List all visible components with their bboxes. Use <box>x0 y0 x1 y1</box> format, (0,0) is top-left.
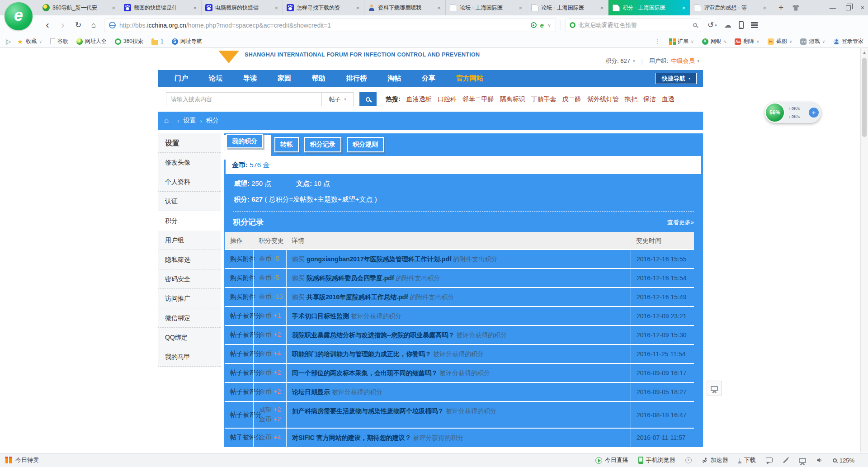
toolbar-item[interactable]: 登录管家 <box>833 38 863 45</box>
tab-close-icon[interactable]: × <box>111 5 116 11</box>
search-scope-select[interactable]: 帖子 ▾ <box>322 92 354 106</box>
credit-tab[interactable]: 转帐 <box>274 137 299 152</box>
browser-tab[interactable]: 资料下载哪里呢我 × <box>364 0 446 15</box>
toolbar-overflow-icon[interactable]: ⋮ <box>655 38 661 45</box>
bookmark-item[interactable]: 360搜索 <box>115 38 143 45</box>
sidebar-item[interactable]: 修改头像 <box>158 153 221 172</box>
message-icon[interactable] <box>766 458 773 462</box>
browser-tab[interactable]: 截图的快捷键是什 × <box>120 0 202 15</box>
skin-theme-icon[interactable] <box>793 5 799 11</box>
hot-keyword-link[interactable]: 戊二醛 <box>562 95 581 104</box>
mobile-browser-button[interactable]: 手机浏览器 <box>638 456 675 464</box>
feedback-pen-icon[interactable] <box>783 458 788 463</box>
hot-keyword-link[interactable]: 拖把 <box>625 95 637 104</box>
browser-tab[interactable]: 评审后的感想 - 等 × <box>690 0 771 15</box>
window-close-button[interactable]: × <box>861 4 864 11</box>
accelerator-button[interactable]: 加速器 <box>702 456 728 464</box>
bookmark-item[interactable]: 网址大全 <box>76 38 107 45</box>
download-manager-button[interactable]: ↓ 下载 <box>738 456 756 464</box>
extension-e-icon[interactable]: e <box>540 21 544 29</box>
tab-close-icon[interactable]: × <box>274 5 279 11</box>
cloud-sync-icon[interactable]: ☁ <box>724 21 731 29</box>
sidebar-toggle-icon[interactable]: |▷ <box>5 38 11 45</box>
detail-link[interactable]: 手术切口目标性监测 <box>292 312 349 320</box>
detail-link[interactable]: 同一个部位的两次标本采集，会出现不同的细菌吗？ <box>292 369 438 377</box>
detail-link[interactable]: 我院职业暴露总结分析与改进措施--您院的职业暴露高吗？ <box>292 331 454 339</box>
home-icon[interactable]: ⌂ <box>164 116 169 125</box>
sidebar-item[interactable]: 密码安全 <box>158 269 221 289</box>
tab-close-icon[interactable]: × <box>681 5 686 11</box>
sidebar-item[interactable]: 认证 <box>158 192 221 211</box>
hot-keyword-link[interactable]: 血透 <box>662 95 675 104</box>
forward-button[interactable]: › <box>55 16 71 34</box>
quick-nav-button[interactable]: 快捷导航 ▾ <box>656 73 697 84</box>
memory-usage-ball[interactable]: 56% <box>765 103 785 123</box>
add-widget-button[interactable]: + <box>809 108 819 118</box>
toolbar-item[interactable]: ¥ 网银 ∨ <box>702 38 727 45</box>
nav-item[interactable]: 帮助 <box>302 74 336 83</box>
sidebar-item[interactable]: 隐私筛选 <box>158 250 221 269</box>
sidebar-item[interactable]: 我的马甲 <box>158 347 221 367</box>
view-more-link[interactable]: 查看更多» <box>667 218 694 226</box>
detail-link[interactable]: 妇产科病房需要生活废物与感染性废物两个垃圾桶吗？ <box>292 407 444 415</box>
hot-keyword-link[interactable]: 保洁 <box>643 95 656 104</box>
tab-close-icon[interactable]: × <box>518 5 523 11</box>
nav-item[interactable]: 论坛 <box>198 74 233 83</box>
toolbar-item[interactable]: 游戏 ∨ <box>800 38 825 45</box>
sidebar-item[interactable]: 个人资料 <box>158 172 221 192</box>
tab-close-icon[interactable]: × <box>762 5 767 11</box>
back-button[interactable]: ‹ <box>40 16 55 34</box>
sidebar-item[interactable]: 积分 <box>158 211 221 231</box>
browser-tab[interactable]: 360导航_新一代安 × <box>39 0 120 15</box>
usergroup-value[interactable]: 中级会员 <box>671 57 694 65</box>
new-tab-button[interactable]: + <box>776 3 786 13</box>
live-stream-button[interactable]: 今日直播 <box>595 456 628 464</box>
ad-filter-icon[interactable] <box>531 22 537 28</box>
forum-search-button[interactable] <box>359 92 377 106</box>
bookmark-item[interactable]: 1 <box>151 38 164 45</box>
sidebar-item[interactable]: 微信绑定 <box>158 308 221 328</box>
breadcrumb-settings[interactable]: 设置 <box>184 117 196 125</box>
scrollbar-thumb[interactable] <box>862 58 867 137</box>
hot-keyword-link[interactable]: 紫外线灯管 <box>587 95 619 104</box>
detail-link[interactable]: gongxiangban2017年医院感染管理科工作计划.pdf <box>307 255 451 263</box>
sidebar-item[interactable]: 用户组 <box>158 231 221 250</box>
quick-search-box[interactable]: 北京启动雾霾红色预警 <box>566 19 701 32</box>
credit-tab[interactable]: 积分记录 <box>304 137 341 152</box>
scroll-up-icon[interactable]: ▲ <box>861 48 868 55</box>
toolbar-item[interactable]: 扩展 ∨ <box>669 38 694 45</box>
toolbar-item[interactable]: Aa 翻译 ∨ <box>735 38 760 45</box>
browser-tab[interactable]: 积分 - 上海国际医 × <box>609 0 690 15</box>
network-status-icon[interactable] <box>685 457 692 463</box>
browser-tab[interactable]: 论坛 - 上海国际医 × <box>527 0 609 15</box>
browser-logo-icon[interactable]: e <box>5 2 33 30</box>
sidebar-item[interactable]: 访问推广 <box>158 289 221 308</box>
browser-tab[interactable]: 怎样寻找下载的资 × <box>283 0 364 15</box>
detail-link[interactable]: 共享版2016年度院感科工作总结.pdf <box>307 293 408 301</box>
page-scrollbar[interactable]: ▲ <box>860 48 868 453</box>
browser-tab[interactable]: 电脑截屏的快捷键 × <box>202 0 283 15</box>
nav-item[interactable]: 官方网站 <box>446 74 494 83</box>
credit-tab[interactable]: 我的积分 <box>226 134 263 148</box>
hot-keyword-link[interactable]: 口腔科 <box>438 95 457 104</box>
hot-keyword-link[interactable]: 隔离标识 <box>500 95 525 104</box>
recently-closed-button[interactable]: ↺ ▾ <box>708 20 717 30</box>
nav-item[interactable]: 家园 <box>267 74 302 83</box>
nav-item[interactable]: 排行榜 <box>336 74 377 83</box>
fullscreen-monitor-icon[interactable] <box>799 458 806 463</box>
detail-link[interactable]: 院感科院感科委员会四季度.pdf <box>307 274 394 282</box>
url-field[interactable]: http://bbs. icchina.org.cn /home.php?mod… <box>104 19 556 32</box>
tab-close-icon[interactable]: × <box>355 5 360 11</box>
tab-close-icon[interactable]: × <box>192 5 198 11</box>
tab-close-icon[interactable]: × <box>599 5 604 11</box>
zoom-control[interactable]: 125% <box>833 457 854 464</box>
speaker-icon[interactable] <box>816 457 823 463</box>
nav-item[interactable]: 分享 <box>411 74 446 83</box>
sidebar-item[interactable]: QQ绑定 <box>158 328 221 347</box>
hot-keyword-link[interactable]: 血液透析 <box>406 95 432 104</box>
bookmark-item[interactable]: S 网址导航 <box>172 38 202 45</box>
forum-search-input[interactable] <box>166 92 322 106</box>
nav-item[interactable]: 淘帖 <box>377 74 411 83</box>
home-button[interactable]: ⌂ <box>86 16 101 34</box>
minimize-button[interactable]: — <box>830 4 836 11</box>
